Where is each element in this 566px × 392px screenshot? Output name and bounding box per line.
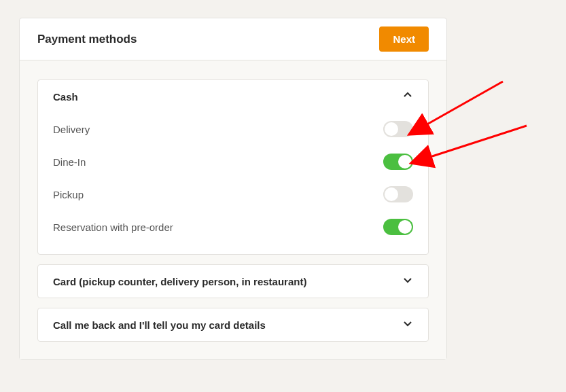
toggle-knob xyxy=(385,188,398,201)
toggle-label: Dine-In xyxy=(53,156,86,168)
accordion: Cash Delivery Dine-In Pickup xyxy=(37,79,429,342)
toggle-knob xyxy=(398,155,412,168)
toggle-label: Pickup xyxy=(53,189,84,200)
accordion-item-card: Card (pickup counter, delivery person, i… xyxy=(37,264,429,298)
toggle-row-dinein: Dine-In xyxy=(53,145,413,178)
toggle-label: Reservation with pre-order xyxy=(53,221,173,233)
accordion-header-callback[interactable]: Call me back and I'll tell you my card d… xyxy=(38,308,428,341)
modal-title: Payment methods xyxy=(37,33,137,46)
accordion-label: Cash xyxy=(53,91,78,103)
chevron-up-icon xyxy=(402,90,413,103)
toggle-dinein[interactable] xyxy=(383,154,413,170)
toggle-row-reservation: Reservation with pre-order xyxy=(53,211,413,243)
toggle-reservation[interactable] xyxy=(383,219,413,235)
modal-body: Cash Delivery Dine-In Pickup xyxy=(20,60,446,359)
accordion-header-card[interactable]: Card (pickup counter, delivery person, i… xyxy=(38,265,428,298)
toggle-knob xyxy=(385,122,398,136)
accordion-item-cash: Cash Delivery Dine-In Pickup xyxy=(37,79,429,255)
toggle-delivery[interactable] xyxy=(383,121,413,137)
toggle-label: Delivery xyxy=(53,124,90,135)
payment-methods-modal: Payment methods Next Cash Delivery xyxy=(19,18,447,360)
accordion-item-callback: Call me back and I'll tell you my card d… xyxy=(37,308,429,342)
accordion-body-cash: Delivery Dine-In Pickup Reservation with… xyxy=(38,113,428,254)
chevron-down-icon xyxy=(402,274,413,288)
toggle-row-pickup: Pickup xyxy=(53,178,413,211)
chevron-down-icon xyxy=(402,318,413,332)
accordion-header-cash[interactable]: Cash xyxy=(38,80,428,113)
next-button[interactable]: Next xyxy=(379,26,429,52)
toggle-knob xyxy=(398,220,412,234)
accordion-label: Card (pickup counter, delivery person, i… xyxy=(53,276,306,287)
modal-header: Payment methods Next xyxy=(20,18,446,60)
accordion-label: Call me back and I'll tell you my card d… xyxy=(53,319,266,331)
toggle-pickup[interactable] xyxy=(383,186,413,202)
toggle-row-delivery: Delivery xyxy=(53,113,413,145)
